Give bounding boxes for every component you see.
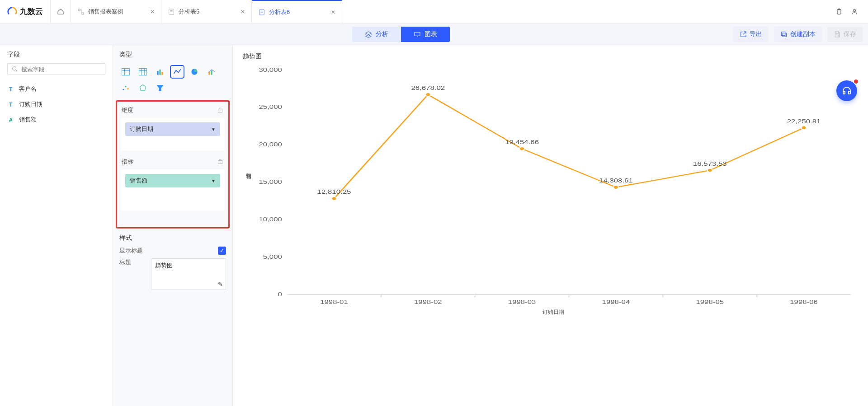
svg-rect-13 xyxy=(157,71,158,75)
svg-text:15,000: 15,000 xyxy=(259,179,282,185)
show-title-checkbox[interactable]: ✓ xyxy=(218,247,226,255)
svg-rect-0 xyxy=(78,9,80,11)
export-icon xyxy=(740,31,747,38)
button-label: 创建副本 xyxy=(790,30,816,38)
clipboard-icon[interactable] xyxy=(835,8,843,15)
field-label: 客户名 xyxy=(19,85,37,93)
svg-rect-7 xyxy=(415,32,420,36)
brand-logo: 九数云 xyxy=(0,0,50,23)
tab-label: 销售报表案例 xyxy=(88,8,123,16)
svg-point-21 xyxy=(127,88,128,89)
chart-type-grid xyxy=(113,63,232,100)
mode-analyze[interactable]: 分析 xyxy=(352,27,401,42)
chevron-down-icon[interactable]: ▼ xyxy=(211,127,216,132)
settings-icon[interactable] xyxy=(217,158,224,165)
home-button[interactable] xyxy=(50,0,71,23)
metric-dropzone[interactable]: 销售额 ▼ xyxy=(121,169,225,211)
number-type-icon: # xyxy=(7,117,14,123)
svg-rect-24 xyxy=(218,109,222,112)
type-radar-icon[interactable] xyxy=(137,82,149,94)
mode-chart[interactable]: 图表 xyxy=(401,27,450,42)
chevron-down-icon[interactable]: ▼ xyxy=(211,178,216,183)
tab-analysis-6[interactable]: 分析表6 ✕ xyxy=(252,0,342,23)
save-icon xyxy=(834,31,841,38)
svg-rect-12 xyxy=(139,69,147,75)
field-label: 销售额 xyxy=(19,116,37,124)
export-button[interactable]: 导出 xyxy=(733,27,769,42)
svg-text:1998-04: 1998-04 xyxy=(602,299,630,305)
create-copy-button[interactable]: 创建副本 xyxy=(774,27,822,42)
field-label: 订购日期 xyxy=(19,100,42,108)
brand-mark-icon xyxy=(7,7,17,17)
flow-icon xyxy=(77,8,85,15)
svg-point-47 xyxy=(425,93,430,96)
field-customer[interactable]: T 客户名 xyxy=(7,81,105,97)
mode-label: 分析 xyxy=(376,30,388,38)
svg-rect-25 xyxy=(218,160,222,163)
svg-text:30,000: 30,000 xyxy=(259,67,282,73)
headset-icon xyxy=(841,85,852,96)
svg-text:19,454.66: 19,454.66 xyxy=(505,139,539,145)
field-order-date[interactable]: T 订购日期 xyxy=(7,97,105,112)
field-search[interactable] xyxy=(7,63,105,75)
svg-text:10,000: 10,000 xyxy=(259,216,282,222)
type-combo-icon[interactable] xyxy=(205,66,218,78)
dimension-title: 维度 xyxy=(122,106,133,114)
type-group-table-icon[interactable] xyxy=(119,66,132,78)
save-button: 保存 xyxy=(827,27,863,42)
type-funnel-icon[interactable] xyxy=(154,82,166,94)
title-label: 标题 xyxy=(119,258,146,266)
help-fab[interactable] xyxy=(836,80,857,101)
svg-marker-22 xyxy=(140,85,146,91)
type-line-icon[interactable] xyxy=(171,66,184,78)
edit-icon[interactable]: ✎ xyxy=(218,281,223,288)
search-input[interactable] xyxy=(21,66,101,73)
tab-sales-case[interactable]: 销售报表案例 ✕ xyxy=(71,0,161,23)
settings-icon[interactable] xyxy=(217,107,224,114)
svg-text:5,000: 5,000 xyxy=(263,254,282,260)
type-pie-icon[interactable] xyxy=(188,66,201,78)
text-type-icon: T xyxy=(7,86,14,93)
field-sales[interactable]: # 销售额 xyxy=(7,112,105,127)
metric-pill[interactable]: 销售额 ▼ xyxy=(125,174,220,187)
type-cross-table-icon[interactable] xyxy=(137,66,149,78)
chart-canvas: 销售额 05,00010,00015,00020,00025,00030,000… xyxy=(243,65,863,318)
chart-type-title: 类型 xyxy=(119,51,226,59)
copy-icon xyxy=(780,31,788,38)
svg-point-19 xyxy=(123,89,124,90)
svg-point-49 xyxy=(519,147,524,150)
layers-icon xyxy=(365,31,372,38)
fields-title: 字段 xyxy=(7,51,105,59)
sheet-icon xyxy=(258,9,265,16)
dimension-pill[interactable]: 订购日期 ▼ xyxy=(125,122,220,136)
svg-rect-9 xyxy=(782,32,785,35)
notification-dot xyxy=(854,79,858,84)
title-value: 趋势图 xyxy=(155,262,173,269)
close-icon[interactable]: ✕ xyxy=(150,9,155,15)
type-bar-icon[interactable] xyxy=(154,66,166,78)
tab-analysis-5[interactable]: 分析表5 ✕ xyxy=(161,0,252,23)
search-icon xyxy=(11,65,19,73)
dimension-dropzone[interactable]: 订购日期 ▼ xyxy=(121,118,225,150)
svg-text:25,000: 25,000 xyxy=(259,104,282,110)
svg-point-6 xyxy=(853,9,855,11)
chart-icon xyxy=(414,31,421,38)
type-scatter-icon[interactable] xyxy=(119,82,132,94)
svg-text:26,678.02: 26,678.02 xyxy=(411,85,445,91)
svg-rect-1 xyxy=(82,13,84,14)
user-icon[interactable] xyxy=(851,8,858,15)
svg-text:0: 0 xyxy=(278,291,282,297)
style-title: 样式 xyxy=(119,234,226,242)
home-icon xyxy=(57,8,64,15)
close-icon[interactable]: ✕ xyxy=(331,9,335,15)
svg-text:20,000: 20,000 xyxy=(259,142,282,148)
text-type-icon: T xyxy=(7,101,14,108)
svg-text:12,810.25: 12,810.25 xyxy=(317,189,351,195)
sheet-icon xyxy=(168,8,175,15)
chart-title: 趋势图 xyxy=(243,52,863,61)
close-icon[interactable]: ✕ xyxy=(241,9,245,15)
svg-point-55 xyxy=(801,126,806,130)
svg-text:1998-02: 1998-02 xyxy=(414,299,442,305)
button-label: 保存 xyxy=(844,30,856,38)
title-input[interactable]: 趋势图 ✎ xyxy=(151,258,226,290)
